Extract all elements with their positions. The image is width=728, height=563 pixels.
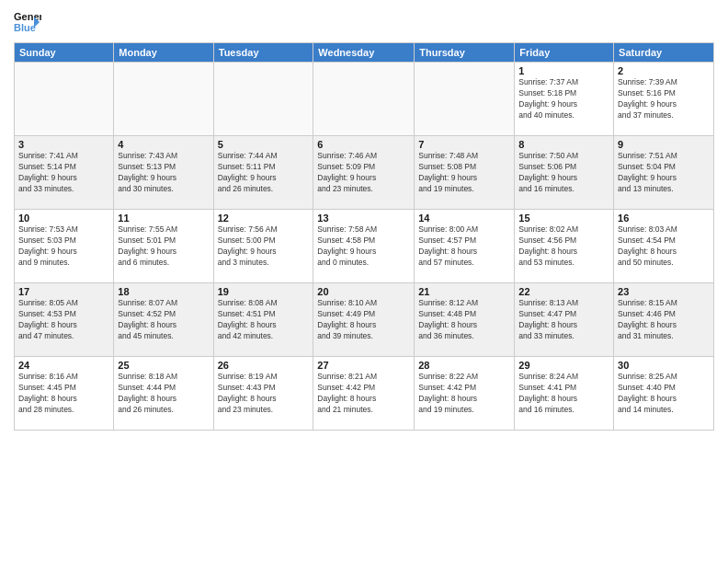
day-number: 22 <box>518 286 609 297</box>
day-info: Sunrise: 8:08 AM Sunset: 4:51 PM Dayligh… <box>218 298 310 342</box>
day-number: 26 <box>218 360 310 371</box>
page: General Blue SundayMondayTuesdayWednesda… <box>0 0 728 563</box>
day-number: 10 <box>18 213 109 224</box>
day-info: Sunrise: 7:58 AM Sunset: 4:58 PM Dayligh… <box>317 224 410 269</box>
header-thursday: Thursday <box>415 43 515 63</box>
day-info: Sunrise: 7:51 AM Sunset: 5:04 PM Dayligh… <box>618 151 710 195</box>
day-info: Sunrise: 8:13 AM Sunset: 4:47 PM Dayligh… <box>518 298 609 342</box>
calendar-cell: 11Sunrise: 7:55 AM Sunset: 5:01 PM Dayli… <box>114 210 213 283</box>
day-number: 8 <box>518 139 609 150</box>
day-info: Sunrise: 8:12 AM Sunset: 4:48 PM Dayligh… <box>418 298 510 342</box>
day-number: 15 <box>518 213 609 224</box>
calendar-cell: 29Sunrise: 8:24 AM Sunset: 4:41 PM Dayli… <box>515 357 614 431</box>
calendar-cell: 3Sunrise: 7:41 AM Sunset: 5:14 PM Daylig… <box>15 136 114 210</box>
day-number: 6 <box>317 139 410 150</box>
day-info: Sunrise: 7:46 AM Sunset: 5:09 PM Dayligh… <box>317 151 410 195</box>
day-info: Sunrise: 8:03 AM Sunset: 4:54 PM Dayligh… <box>618 224 710 269</box>
calendar-cell: 24Sunrise: 8:16 AM Sunset: 4:45 PM Dayli… <box>15 357 114 431</box>
calendar-cell <box>213 63 313 136</box>
calendar-cell: 18Sunrise: 8:07 AM Sunset: 4:52 PM Dayli… <box>114 283 213 357</box>
day-number: 28 <box>418 360 510 371</box>
day-number: 21 <box>418 286 510 297</box>
day-info: Sunrise: 7:41 AM Sunset: 5:14 PM Dayligh… <box>18 151 109 195</box>
calendar-week-5: 24Sunrise: 8:16 AM Sunset: 4:45 PM Dayli… <box>15 357 714 431</box>
calendar-week-3: 10Sunrise: 7:53 AM Sunset: 5:03 PM Dayli… <box>15 210 714 283</box>
day-info: Sunrise: 8:16 AM Sunset: 4:45 PM Dayligh… <box>18 372 109 416</box>
day-number: 3 <box>18 139 109 150</box>
day-info: Sunrise: 7:43 AM Sunset: 5:13 PM Dayligh… <box>118 151 209 195</box>
header-tuesday: Tuesday <box>213 43 313 63</box>
day-number: 5 <box>218 139 310 150</box>
header-monday: Monday <box>114 43 213 63</box>
calendar-cell <box>313 63 415 136</box>
calendar-cell: 15Sunrise: 8:02 AM Sunset: 4:56 PM Dayli… <box>515 210 614 283</box>
day-info: Sunrise: 7:55 AM Sunset: 5:01 PM Dayligh… <box>118 224 209 269</box>
day-info: Sunrise: 8:00 AM Sunset: 4:57 PM Dayligh… <box>418 224 510 269</box>
header: General Blue <box>14 9 714 35</box>
day-info: Sunrise: 8:19 AM Sunset: 4:43 PM Dayligh… <box>218 372 310 416</box>
calendar-week-4: 17Sunrise: 8:05 AM Sunset: 4:53 PM Dayli… <box>15 283 714 357</box>
day-info: Sunrise: 7:48 AM Sunset: 5:08 PM Dayligh… <box>418 151 510 195</box>
calendar-cell: 9Sunrise: 7:51 AM Sunset: 5:04 PM Daylig… <box>614 136 714 210</box>
calendar-cell: 28Sunrise: 8:22 AM Sunset: 4:42 PM Dayli… <box>415 357 515 431</box>
day-info: Sunrise: 8:02 AM Sunset: 4:56 PM Dayligh… <box>518 224 609 269</box>
calendar-cell <box>15 63 114 136</box>
day-number: 13 <box>317 213 410 224</box>
calendar-cell: 13Sunrise: 7:58 AM Sunset: 4:58 PM Dayli… <box>313 210 415 283</box>
day-number: 27 <box>317 360 410 371</box>
day-number: 11 <box>118 213 209 224</box>
calendar-cell: 26Sunrise: 8:19 AM Sunset: 4:43 PM Dayli… <box>213 357 313 431</box>
day-info: Sunrise: 8:22 AM Sunset: 4:42 PM Dayligh… <box>418 372 510 416</box>
day-number: 20 <box>317 286 410 297</box>
calendar-cell: 23Sunrise: 8:15 AM Sunset: 4:46 PM Dayli… <box>614 283 714 357</box>
calendar-cell: 20Sunrise: 8:10 AM Sunset: 4:49 PM Dayli… <box>313 283 415 357</box>
day-number: 30 <box>618 360 710 371</box>
calendar-cell: 4Sunrise: 7:43 AM Sunset: 5:13 PM Daylig… <box>114 136 213 210</box>
day-info: Sunrise: 8:07 AM Sunset: 4:52 PM Dayligh… <box>118 298 209 342</box>
calendar-cell: 10Sunrise: 7:53 AM Sunset: 5:03 PM Dayli… <box>15 210 114 283</box>
calendar-cell <box>114 63 213 136</box>
day-number: 19 <box>218 286 310 297</box>
logo-icon: General Blue <box>14 9 41 35</box>
day-info: Sunrise: 7:39 AM Sunset: 5:16 PM Dayligh… <box>618 77 710 121</box>
calendar-cell: 19Sunrise: 8:08 AM Sunset: 4:51 PM Dayli… <box>213 283 313 357</box>
day-info: Sunrise: 7:37 AM Sunset: 5:18 PM Dayligh… <box>518 77 609 121</box>
calendar-cell: 8Sunrise: 7:50 AM Sunset: 5:06 PM Daylig… <box>515 136 614 210</box>
calendar-cell <box>415 63 515 136</box>
calendar-cell: 22Sunrise: 8:13 AM Sunset: 4:47 PM Dayli… <box>515 283 614 357</box>
calendar-cell: 21Sunrise: 8:12 AM Sunset: 4:48 PM Dayli… <box>415 283 515 357</box>
calendar-cell: 6Sunrise: 7:46 AM Sunset: 5:09 PM Daylig… <box>313 136 415 210</box>
calendar-cell: 1Sunrise: 7:37 AM Sunset: 5:18 PM Daylig… <box>515 63 614 136</box>
calendar-cell: 14Sunrise: 8:00 AM Sunset: 4:57 PM Dayli… <box>415 210 515 283</box>
day-info: Sunrise: 7:44 AM Sunset: 5:11 PM Dayligh… <box>218 151 310 195</box>
day-info: Sunrise: 8:18 AM Sunset: 4:44 PM Dayligh… <box>118 372 209 416</box>
day-number: 23 <box>618 286 710 297</box>
day-number: 29 <box>518 360 609 371</box>
day-info: Sunrise: 7:56 AM Sunset: 5:00 PM Dayligh… <box>218 224 310 269</box>
day-number: 9 <box>618 139 710 150</box>
calendar-cell: 2Sunrise: 7:39 AM Sunset: 5:16 PM Daylig… <box>614 63 714 136</box>
day-info: Sunrise: 8:15 AM Sunset: 4:46 PM Dayligh… <box>618 298 710 342</box>
day-number: 2 <box>618 65 710 76</box>
day-number: 18 <box>118 286 209 297</box>
day-number: 4 <box>118 139 209 150</box>
header-wednesday: Wednesday <box>313 43 415 63</box>
day-info: Sunrise: 8:05 AM Sunset: 4:53 PM Dayligh… <box>18 298 109 342</box>
calendar-cell: 25Sunrise: 8:18 AM Sunset: 4:44 PM Dayli… <box>114 357 213 431</box>
calendar-cell: 30Sunrise: 8:25 AM Sunset: 4:40 PM Dayli… <box>614 357 714 431</box>
day-number: 14 <box>418 213 510 224</box>
calendar-table: SundayMondayTuesdayWednesdayThursdayFrid… <box>14 42 714 431</box>
calendar-cell: 12Sunrise: 7:56 AM Sunset: 5:00 PM Dayli… <box>213 210 313 283</box>
day-info: Sunrise: 8:25 AM Sunset: 4:40 PM Dayligh… <box>618 372 710 416</box>
day-info: Sunrise: 8:10 AM Sunset: 4:49 PM Dayligh… <box>317 298 410 342</box>
calendar-header-row: SundayMondayTuesdayWednesdayThursdayFrid… <box>15 43 714 63</box>
day-number: 1 <box>518 65 609 76</box>
day-number: 24 <box>18 360 109 371</box>
header-sunday: Sunday <box>15 43 114 63</box>
calendar-cell: 27Sunrise: 8:21 AM Sunset: 4:42 PM Dayli… <box>313 357 415 431</box>
day-info: Sunrise: 8:21 AM Sunset: 4:42 PM Dayligh… <box>317 372 410 416</box>
svg-text:Blue: Blue <box>14 22 36 33</box>
calendar-week-2: 3Sunrise: 7:41 AM Sunset: 5:14 PM Daylig… <box>15 136 714 210</box>
logo: General Blue <box>14 9 41 35</box>
day-number: 16 <box>618 213 710 224</box>
